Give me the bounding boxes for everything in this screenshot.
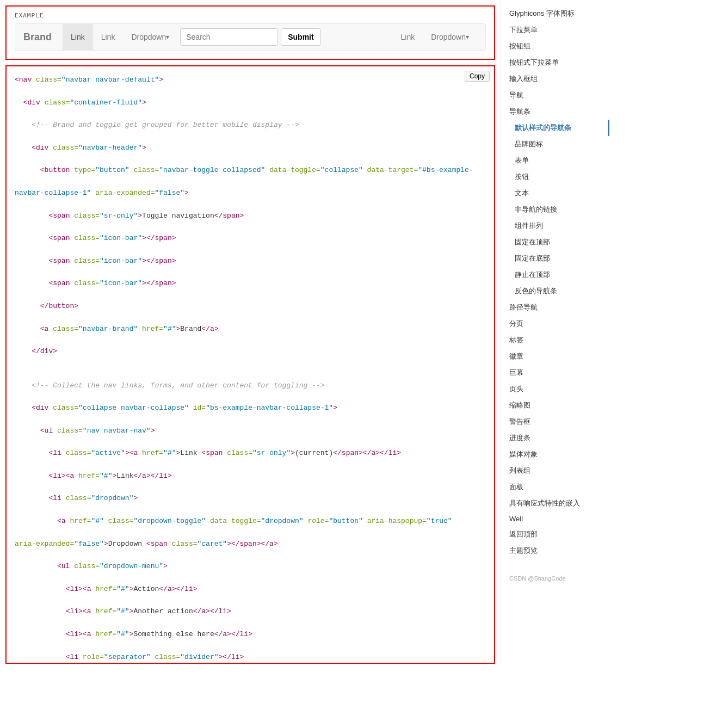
sidebar-item-pagination[interactable]: 分页 [501,316,609,332]
nav-item-link2[interactable]: Link [93,23,124,51]
sidebar-item-theme-preview[interactable]: 主题预览 [501,542,609,559]
sidebar-item-input-group[interactable]: 输入框组 [501,71,609,87]
code-block: Copy<nav class="navbar navbar-default"> … [5,65,495,664]
sidebar-item-component-align[interactable]: 组件排列 [501,218,609,234]
main-content: EXAMPLE Brand Link Link Dropdown Submit [0,0,501,669]
sidebar-item-alerts[interactable]: 警告框 [501,414,609,430]
example-box: EXAMPLE Brand Link Link Dropdown Submit [5,5,495,60]
sidebar-item-thumbnails[interactable]: 缩略图 [501,397,609,414]
sidebar-item-page-header[interactable]: 页头 [501,381,609,397]
sidebar-item-dropdown[interactable]: 下拉菜单 [501,22,609,38]
copy-button[interactable]: Copy [465,71,490,82]
sidebar-item-back-to-top[interactable]: 返回顶部 [501,526,609,542]
sidebar-item-inverted-navbar[interactable]: 反色的导航条 [501,283,609,299]
sidebar-item-default-navbar[interactable]: 默认样式的导航条 [501,120,609,136]
nav-item-dropdown1[interactable]: Dropdown [123,23,177,51]
nav-link-link2[interactable]: Link [93,23,124,51]
sidebar-item-breadcrumb[interactable]: 路径导航 [501,299,609,316]
sidebar: Glyphicons 字体图标 下拉菜单 按钮组 按钮式下拉菜单 输入框组 导航… [501,0,609,669]
navbar-nav-right: Link Dropdown [392,23,477,51]
sidebar-item-fixed-bottom[interactable]: 固定在底部 [501,250,609,267]
sidebar-item-brand-icon[interactable]: 品牌图标 [501,136,609,152]
sidebar-item-glyphicons[interactable]: Glyphicons 字体图标 [501,5,609,22]
sidebar-item-badges[interactable]: 徽章 [501,348,609,365]
navbar-brand[interactable]: Brand [23,23,60,51]
navbar-form: Submit [177,28,323,46]
search-input[interactable] [180,28,278,46]
sidebar-item-progress[interactable]: 进度条 [501,430,609,446]
sidebar-item-list-group[interactable]: 列表组 [501,462,609,479]
sidebar-item-responsive-embed[interactable]: 具有响应式特性的嵌入 [501,495,609,511]
nav-link-dropdown1[interactable]: Dropdown [123,23,177,51]
example-label: EXAMPLE [15,12,486,19]
submit-button[interactable]: Submit [281,28,320,46]
sidebar-item-text[interactable]: 文本 [501,185,609,201]
nav-link-right-dropdown[interactable]: Dropdown [423,23,477,51]
nav-item-link1[interactable]: Link [63,23,93,51]
sidebar-item-nav[interactable]: 导航 [501,87,609,103]
navbar-preview: Brand Link Link Dropdown Submit Link [15,23,486,51]
nav-link-link1[interactable]: Link [63,23,93,51]
sidebar-item-fixed-top[interactable]: 固定在顶部 [501,234,609,250]
sidebar-item-static-top[interactable]: 静止在顶部 [501,267,609,283]
sidebar-item-well[interactable]: Well [501,511,609,526]
nav-item-right-dropdown[interactable]: Dropdown [423,23,477,51]
sidebar-item-btn-group[interactable]: 按钮组 [501,38,609,54]
navbar-nav-left: Link Link Dropdown [63,23,177,51]
sidebar-item-btn-dropdown[interactable]: 按钮式下拉菜单 [501,54,609,71]
sidebar-footer: CSDN @ShangCode [501,570,609,587]
sidebar-item-labels[interactable]: 标签 [501,332,609,348]
sidebar-item-panel[interactable]: 面板 [501,479,609,495]
sidebar-item-jumbotron[interactable]: 巨幕 [501,365,609,381]
nav-item-right-link[interactable]: Link [392,23,423,51]
sidebar-item-navbar[interactable]: 导航条 [501,103,609,120]
sidebar-item-non-nav-link[interactable]: 非导航的链接 [501,201,609,218]
sidebar-item-form[interactable]: 表单 [501,152,609,169]
nav-link-right-link[interactable]: Link [392,23,423,51]
sidebar-item-button[interactable]: 按钮 [501,169,609,185]
sidebar-item-media[interactable]: 媒体对象 [501,446,609,462]
